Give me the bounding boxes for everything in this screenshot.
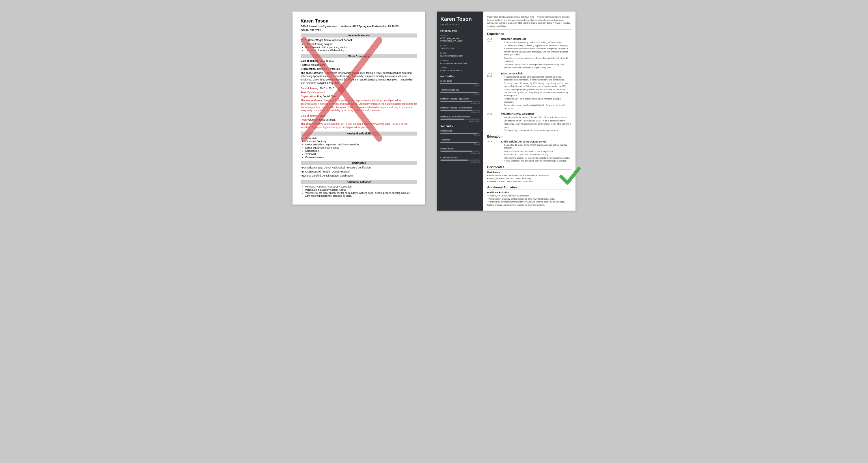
skill-level: Advanced: [440, 161, 479, 163]
certs-subtitle: Certificates: [487, 171, 571, 173]
linkedin-label: LinkedIn: [440, 59, 479, 62]
left-resume: Karen Toson E-Mail: karentoson@gmail.com…: [292, 11, 425, 204]
skill-name: 4-Handed Dentistry: [440, 89, 479, 91]
edu-content: Smile Wright Dental Assistant School Com…: [501, 140, 571, 163]
sidebar-phone: 267-630-0763: [440, 47, 479, 50]
twitter-label: Twitter: [440, 66, 479, 69]
skill-bar-bg: [440, 160, 479, 161]
skills-list: X-ray skills 4-Handed Dentistry Dental p…: [305, 137, 417, 159]
left-name: Karen Toson: [301, 19, 417, 24]
skill-name: Dental Procedure Documentation: [440, 106, 479, 109]
skill-item: 4-Handed Dentistry Expert: [440, 89, 479, 95]
right-sidebar: Karen Toson Dental Assistant Personal In…: [437, 11, 483, 210]
academic-list: 13-week training program Full externship…: [305, 43, 417, 52]
activities-section-title: Additional activities: [301, 180, 417, 184]
exp-content: Hampton Dental Spa Responsible for provi…: [501, 37, 571, 70]
list-item: Decreased setup time for dental procedur…: [504, 63, 571, 66]
skill-bar-fill: [440, 160, 468, 161]
activity-item: • Volunteer at the local animal shelter …: [487, 200, 571, 206]
left-header: Karen Toson E-Mail: karentoson@gmail.com…: [301, 19, 417, 31]
edu-year: 2013: [487, 140, 499, 163]
activity-item: • Member, PA Dental Assistant's Associat…: [487, 194, 571, 198]
list-item: Customer service: [305, 156, 417, 159]
list-item: Dental equipment maintenance: [305, 146, 417, 149]
sidebar-twitter: twitter.com/karentoson: [440, 69, 479, 72]
exp-bullets: Responsible for providing patient care, …: [504, 41, 571, 69]
cert-item: • EFDA (Expanded Function Dental Assista…: [301, 170, 417, 174]
experience-item: 2013 –2015 Bray Dental Clinic Responsibl…: [487, 72, 571, 110]
skill-bar-bg: [440, 151, 479, 152]
education-list: 2013 Smile Wright Dental Assistant Schoo…: [487, 140, 571, 163]
skill-item: Compassion Expert: [440, 130, 479, 136]
list-item: Trained other staff members in digital X…: [504, 66, 571, 69]
left-tel-line: Tel: 267-630-0763: [301, 28, 417, 31]
skill-level: Advanced: [440, 102, 479, 104]
skill-bar-fill: [440, 133, 477, 134]
list-item: X-ray skills: [305, 137, 417, 140]
sidebar-linkedin: linkedin.com/in/karen-toson: [440, 62, 479, 65]
edu-bullets: Completed 13-week Smile Wright Dental As…: [504, 144, 571, 163]
skill-level: Advanced: [440, 152, 479, 154]
experience-item: 2013 Volunteer Dental Assistant Voluntee…: [487, 112, 571, 132]
list-item: Volunteer at the local animal shelter on…: [305, 192, 417, 197]
address-label: Address: [440, 34, 479, 37]
skill-level: Intermediate: [440, 120, 479, 122]
list-item: Executed 195 hours of lecture and lab tr…: [504, 153, 571, 156]
email-label: E-mail: [440, 52, 479, 54]
exp-year: 2013 –2015: [487, 72, 499, 110]
list-item: Decreased inventory costs by 25% through…: [504, 82, 571, 88]
skill-bar-bg: [440, 92, 479, 93]
skill-bar-bg: [440, 142, 479, 143]
skill-bar-bg: [440, 83, 479, 84]
phone-label: Phone: [440, 44, 479, 47]
list-item: Volunteered for Dr. Tate Caswell, DDS, P…: [504, 120, 571, 123]
skill-item: X-Ray Skills Expert: [440, 79, 479, 86]
soft-skills-title: Soft Skills: [440, 125, 479, 128]
list-item: Participate in a weekly softball league: [305, 188, 417, 191]
work-section-title: Work Experience: [301, 54, 417, 58]
certs-main-title: Certificates: [487, 165, 571, 170]
skill-name: Teamwork: [440, 138, 479, 141]
list-item: Dental procedure preparation and documen…: [305, 143, 417, 146]
skill-name: Dental Equipment Maintenance: [440, 115, 479, 118]
exp-content: Volunteer Dental Assistant Volunteered f…: [501, 112, 571, 132]
list-item: Full externship with a practicing dentis…: [305, 46, 417, 49]
list-item: During my employment, patient satisfacti…: [504, 88, 571, 98]
list-item: Given three commendations for efficient …: [504, 57, 571, 63]
skill-bar-bg: [440, 133, 479, 134]
experience-list: 2015 –2017 Hampton Dental Spa Responsibl…: [487, 37, 571, 132]
skill-bar-fill: [440, 83, 477, 84]
skill-level: Expert: [440, 84, 479, 86]
skill-bar-bg: [440, 119, 479, 120]
list-item: Responsible for providing patient care, …: [504, 41, 571, 47]
list-item: Received 95% positive customer comments.…: [504, 47, 571, 57]
personal-info-title: Personal Info: [440, 29, 479, 32]
exp-content: Bray Dental Clinic Responsible for patie…: [501, 72, 571, 110]
right-name: Karen Toson: [440, 16, 479, 23]
activities-list: Member, PA Dental Assistant's Associatio…: [305, 185, 417, 197]
main-summary: Passionate, compassionate dental assista…: [487, 15, 571, 30]
list-item: Frequently commended for reliability by …: [504, 104, 571, 110]
skill-name: X-Ray Skills: [440, 79, 479, 82]
skill-bar-fill: [440, 151, 472, 152]
list-item: Frequently received high customer commen…: [504, 123, 571, 129]
cert-item: • National Certified Dental Assistant Ce…: [301, 174, 417, 178]
academic-section-title: Academic Details: [301, 33, 417, 37]
skill-level: Advanced: [440, 111, 479, 113]
exp-bullets: Responsible for patient care, appointmen…: [504, 75, 571, 110]
skill-item: Dental Equipment Maintenance Intermediat…: [440, 115, 479, 122]
skills-section-title: Hard and Soft Skills: [301, 132, 417, 136]
activities-main-title: Additional Activities: [487, 186, 571, 190]
exp-company: Bray Dental Clinic: [501, 72, 571, 75]
right-resume: Karen Toson Dental Assistant Personal In…: [437, 11, 576, 210]
skill-name: Compassion: [440, 130, 479, 132]
exp-year: 2015 –2017: [487, 37, 499, 70]
cert-item: • Pennsylvania State Dental Radiological…: [301, 166, 417, 170]
hard-skills-title: Hard Skills: [440, 75, 479, 78]
exp-year: 2013: [487, 112, 499, 132]
hard-skills-list: X-Ray Skills Expert 4-Handed Dentistry E…: [440, 79, 479, 122]
skill-bar-bg: [440, 101, 479, 102]
education-title: Education: [487, 135, 571, 139]
skill-name: Dental Procedure Preparation: [440, 98, 479, 100]
skill-name: Great Attitude: [440, 147, 479, 150]
